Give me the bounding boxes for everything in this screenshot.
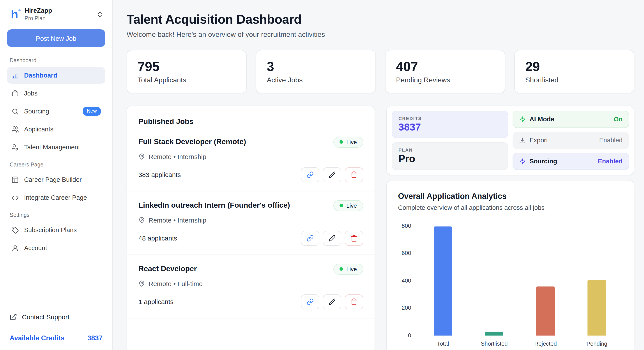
bar-rejected: [536, 286, 555, 335]
x-category-label: Rejected: [520, 340, 571, 347]
external-link-icon: [10, 313, 17, 321]
sidebar-item-career-page-builder[interactable]: Career Page Builder: [7, 172, 105, 188]
user-icon: [12, 244, 19, 252]
export-row: Export Enabled: [512, 132, 629, 149]
edit-job-button[interactable]: [323, 294, 341, 309]
job-actions: [301, 231, 363, 246]
bar-pending: [588, 280, 606, 335]
applicant-count: 383 applicants: [138, 171, 181, 178]
export-label: Export: [530, 137, 548, 144]
delete-job-button[interactable]: [344, 231, 363, 246]
sidebar-item-label: Subscription Plans: [24, 227, 77, 234]
chart-bars: TotalShortlistedRejectedPending: [417, 226, 622, 335]
bar-column-rejected: Rejected: [520, 226, 571, 335]
ai-mode-row: AI Mode On: [512, 110, 629, 128]
y-tick-label: 800: [398, 222, 411, 229]
edit-job-button[interactable]: [323, 231, 341, 246]
ai-mode-label: AI Mode: [530, 116, 554, 123]
status-badge: Live: [333, 136, 363, 148]
search-icon: [12, 108, 19, 115]
sidebar-item-label: Applicants: [24, 126, 54, 133]
bar-column-pending: Pending: [571, 226, 622, 335]
contact-support-label: Contact Support: [22, 313, 70, 321]
users-icon: [12, 126, 19, 133]
sidebar-footer: Contact Support Available Credits 3837: [7, 306, 105, 344]
sidebar-item-integrate-career-page[interactable]: Integrate Career Page: [7, 190, 105, 206]
analytics-subtitle: Complete overview of all applications ac…: [398, 204, 622, 211]
export-status: Enabled: [599, 137, 622, 144]
stat-label: Active Jobs: [267, 76, 365, 84]
sidebar-item-sourcing[interactable]: Sourcing New: [7, 103, 105, 120]
plan-tile: PLAN Pro: [392, 142, 508, 170]
job-title: React Developer: [138, 264, 197, 273]
sidebar-item-dashboard[interactable]: Dashboard: [7, 67, 105, 84]
sidebar-item-label: Integrate Career Page: [24, 194, 87, 201]
delete-job-button[interactable]: [344, 167, 363, 182]
sidebar-item-subscription-plans[interactable]: Subscription Plans: [7, 222, 105, 238]
section-label-settings: Settings: [10, 212, 102, 218]
y-tick-label: 600: [398, 250, 411, 257]
bar-chart-icon: [12, 72, 19, 79]
ai-mode-status: On: [614, 116, 622, 123]
job-row: LinkedIn outreach Intern (Founder's offi…: [127, 191, 374, 254]
y-tick-label: 400: [398, 277, 411, 284]
analytics-title: Overall Application Analytics: [398, 192, 622, 201]
main-content: Talent Acquisition Dashboard Welcome bac…: [112, 0, 644, 350]
job-row: Full Stack Developer (Remote) Live Remot…: [127, 128, 374, 191]
workspace-name: HireZapp: [24, 7, 92, 15]
sidebar-item-jobs[interactable]: Jobs: [7, 85, 105, 102]
logo-dot: [18, 9, 20, 11]
stat-label: Pending Reviews: [396, 76, 494, 84]
bar-column-shortlisted: Shortlisted: [468, 226, 520, 335]
stat-card-total-applicants: 795 Total Applicants: [126, 50, 247, 93]
live-dot-icon: [339, 140, 343, 144]
available-credits-value: 3837: [88, 334, 102, 342]
status-label: Live: [346, 266, 357, 272]
available-credits-label: Available Credits: [10, 334, 64, 342]
sidebar-item-talent-management[interactable]: Talent Management: [7, 139, 105, 156]
page-title: Talent Acquisition Dashboard: [126, 12, 634, 27]
delete-job-button[interactable]: [344, 294, 363, 309]
logo-letter: h: [11, 8, 18, 20]
chevrons-up-down-icon[interactable]: [96, 11, 104, 18]
app-window: h HireZapp Pro Plan Post New Job Dashboa…: [0, 0, 644, 350]
sidebar-item-account[interactable]: Account: [7, 240, 105, 256]
job-actions: [301, 167, 363, 182]
workspace-switcher[interactable]: h HireZapp Pro Plan: [7, 6, 105, 28]
map-pin-icon: [138, 280, 145, 287]
code-icon: [12, 194, 19, 202]
sidebar-item-label: Sourcing: [24, 108, 49, 115]
status-badge: Live: [333, 200, 363, 211]
x-category-label: Pending: [571, 340, 622, 347]
stat-value: 29: [525, 59, 624, 74]
contact-support-link[interactable]: Contact Support: [7, 309, 105, 327]
copy-link-button[interactable]: [301, 231, 319, 246]
credits-tile-value: 3837: [398, 121, 501, 133]
sidebar-item-label: Talent Management: [24, 144, 80, 151]
credits-tile: CREDITS 3837: [392, 110, 508, 138]
job-title: LinkedIn outreach Intern (Founder's offi…: [138, 201, 290, 210]
section-label-dashboard: Dashboard: [10, 58, 102, 64]
stat-label: Shortlisted: [525, 76, 624, 84]
job-meta-text: Remote • Internship: [148, 153, 206, 160]
briefcase-icon: [12, 90, 19, 97]
bar-column-total: Total: [417, 226, 468, 335]
job-actions: [301, 294, 363, 309]
map-pin-icon: [138, 216, 145, 223]
zap-icon: [519, 116, 526, 122]
copy-link-button[interactable]: [301, 294, 319, 309]
bar-total: [434, 227, 452, 336]
dashboard-columns: Published Jobs Full Stack Developer (Rem…: [126, 105, 634, 350]
status-label: Live: [346, 139, 357, 145]
stat-card-pending-reviews: 407 Pending Reviews: [385, 50, 505, 93]
credits-tile-label: CREDITS: [398, 116, 501, 121]
applications-bar-chart: 0200400600800 TotalShortlistedRejectedPe…: [398, 226, 622, 350]
jobs-card-filler: [127, 318, 374, 350]
sidebar-item-applicants[interactable]: Applicants: [7, 121, 105, 138]
stat-card-shortlisted: 29 Shortlisted: [514, 50, 634, 93]
edit-job-button[interactable]: [323, 167, 341, 182]
zap-icon: [519, 158, 526, 164]
copy-link-button[interactable]: [301, 167, 319, 182]
post-new-job-button[interactable]: Post New Job: [7, 30, 105, 47]
stat-value: 795: [138, 59, 236, 74]
